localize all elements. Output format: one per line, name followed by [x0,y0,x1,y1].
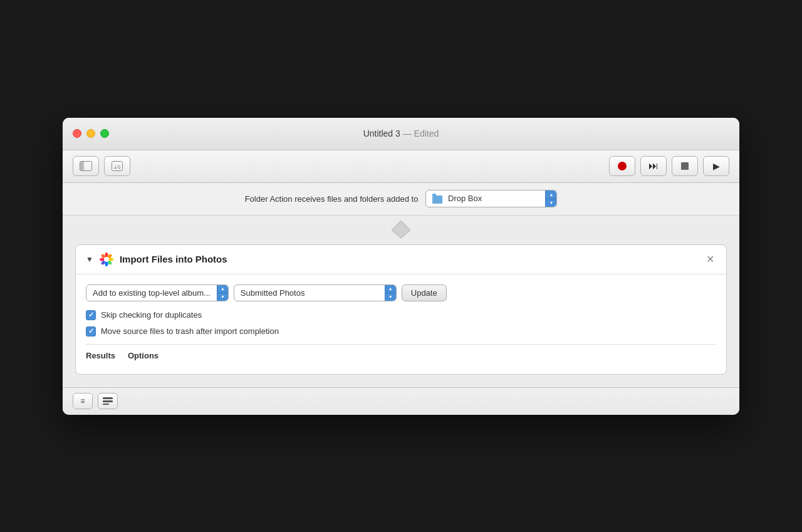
results-tab[interactable]: Results [86,351,115,364]
move-to-trash-row: ✓ Move source files to trash after impor… [86,326,716,336]
skip-icon: ⏭ [648,160,659,172]
album-type-arrows[interactable]: ▲ ▼ [217,285,228,301]
album-name-select[interactable]: Submitted Photos ▲ ▼ [234,284,397,301]
album-type-text: Add to existing top-level album... [86,285,217,301]
maximize-button[interactable] [100,129,109,138]
skip-button[interactable]: ⏭ [640,156,667,176]
album-name-text: Submitted Photos [234,285,385,301]
traffic-lights [73,129,109,138]
svg-rect-15 [103,400,113,402]
svg-rect-14 [103,397,113,399]
folder-action-label: Folder Action receives files and folders… [245,194,419,204]
tabs-row: Results Options [86,345,716,364]
action-dropdowns-row: Add to existing top-level album... ▲ ▼ S… [86,284,716,301]
svg-point-13 [104,257,109,262]
skip-duplicates-row: ✓ Skip checking for duplicates [86,310,716,320]
checkmark-icon-2: ✓ [88,327,94,335]
main-content: ▼ Import Files into Photos ✕ [63,244,739,387]
album-type-down-arrow[interactable]: ▼ [217,293,228,301]
album-name-down-arrow[interactable]: ▼ [385,293,396,301]
folder-select-arrows[interactable]: ▲ ▼ [545,190,556,206]
folder-icon [432,196,442,204]
stop-icon [681,162,689,170]
titlebar: Untitled 3 — Edited [63,118,739,150]
svg-rect-16 [103,404,109,405]
minus-list-icon [103,397,113,405]
music-toggle-button[interactable]: ♩♫ [104,156,130,176]
toolbar: ♩♫ ⏭ ▶ [63,150,739,183]
action-card-header: ▼ Import Files into Photos ✕ [76,245,726,274]
bottom-bar: ≡ [63,387,739,415]
add-action-button[interactable]: ≡ [73,393,93,409]
minimize-button[interactable] [86,129,95,138]
stop-button[interactable] [672,156,698,176]
list-icon: ≡ [80,397,85,405]
move-to-trash-label: Move source files to trash after import … [101,326,279,336]
toolbar-left: ♩♫ [73,156,130,176]
album-type-up-arrow[interactable]: ▲ [217,285,228,293]
move-to-trash-checkbox[interactable]: ✓ [86,326,96,336]
action-card: ▼ Import Files into Photos ✕ [75,244,727,375]
folder-select-text: Drop Box [426,190,545,206]
window-title: Untitled 3 — Edited [363,128,439,138]
action-close-button[interactable]: ✕ [704,253,716,266]
skip-duplicates-checkbox[interactable]: ✓ [86,310,96,320]
play-icon: ▶ [713,161,720,171]
record-button[interactable] [609,156,635,176]
checkmark-icon: ✓ [88,311,94,319]
folder-select[interactable]: Drop Box ▲ ▼ [425,190,557,207]
remove-action-button[interactable] [98,393,118,409]
svg-rect-1 [80,162,84,170]
collapse-arrow-icon[interactable]: ▼ [86,255,93,264]
main-window: Untitled 3 — Edited ♩♫ [63,118,739,415]
toolbar-right: ⏭ ▶ [609,156,729,176]
svg-text:♩♫: ♩♫ [114,164,121,170]
album-type-select[interactable]: Add to existing top-level album... ▲ ▼ [86,284,229,301]
skip-duplicates-label: Skip checking for duplicates [101,310,202,320]
connector [63,216,739,244]
folder-down-arrow[interactable]: ▼ [546,199,556,207]
action-card-title: Import Files into Photos [120,254,697,264]
folder-up-arrow[interactable]: ▲ [546,190,556,199]
folder-action-bar: Folder Action receives files and folders… [63,183,739,216]
options-tab[interactable]: Options [128,351,159,364]
record-icon [618,162,627,170]
album-name-up-arrow[interactable]: ▲ [385,285,396,293]
album-name-arrows[interactable]: ▲ ▼ [385,285,396,301]
sidebar-toggle-button[interactable] [73,156,99,176]
play-button[interactable]: ▶ [703,156,729,176]
update-button[interactable]: Update [402,284,447,301]
close-button[interactable] [73,129,81,138]
photos-app-icon [100,253,113,266]
action-card-body: Add to existing top-level album... ▲ ▼ S… [76,274,726,374]
